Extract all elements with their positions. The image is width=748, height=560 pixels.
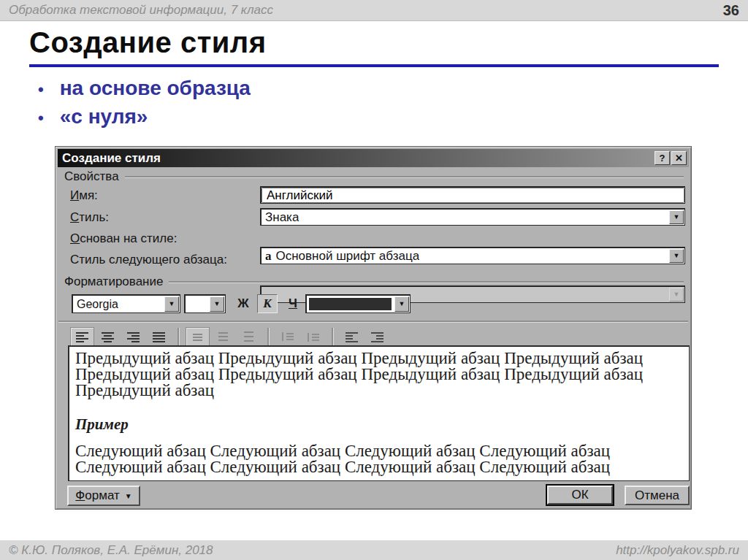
align-left-icon bbox=[76, 331, 88, 342]
italic-button[interactable]: К bbox=[257, 294, 278, 313]
font-size-combobox[interactable]: ▼ bbox=[184, 294, 226, 313]
chevron-down-icon[interactable]: ▼ bbox=[669, 249, 684, 263]
align-center-icon bbox=[102, 331, 114, 342]
chevron-down-icon: ▼ bbox=[669, 288, 684, 302]
bottom-bar: © К.Ю. Поляков, Е.А. Ерёмин, 2018 http:/… bbox=[0, 540, 748, 560]
format-button-label: Формат bbox=[75, 488, 119, 503]
chevron-down-icon[interactable]: ▼ bbox=[210, 296, 224, 312]
align-justify-button[interactable] bbox=[147, 327, 171, 346]
next-paragraph-text: Следующий абзац Следующий абзац Следующи… bbox=[75, 443, 683, 459]
name-field-wrap bbox=[260, 186, 685, 204]
close-icon[interactable]: ✕ bbox=[671, 151, 687, 165]
align-right-button[interactable] bbox=[121, 327, 145, 346]
based-on-combobox[interactable]: а Основной шрифт абзаца ▼ bbox=[260, 247, 685, 264]
list-item: • «с нуля» bbox=[38, 103, 251, 131]
titlebar-buttons: ? ✕ bbox=[654, 151, 687, 165]
align-left-button[interactable] bbox=[70, 327, 94, 346]
toolbar-separator bbox=[178, 328, 179, 345]
previous-paragraph-text: Предыдущий абзац Предыдущий абзац Предыд… bbox=[75, 350, 683, 367]
ok-button[interactable]: ОК bbox=[546, 484, 614, 506]
underline-button[interactable]: Ч bbox=[282, 294, 304, 313]
font-color-swatch bbox=[309, 298, 392, 310]
char-style-icon: а bbox=[265, 249, 272, 264]
paragraph-toolbar bbox=[70, 326, 391, 347]
increase-indent-icon bbox=[371, 331, 383, 342]
align-justify-icon bbox=[153, 331, 165, 342]
properties-group-header: Свойства bbox=[64, 169, 684, 184]
sample-text: Пример bbox=[75, 416, 683, 432]
space-after-icon bbox=[307, 331, 319, 342]
space-before-button[interactable] bbox=[275, 327, 299, 346]
line-spacing-single-icon bbox=[191, 331, 204, 342]
formatting-group-header: Форматирование bbox=[64, 275, 684, 289]
space-after-button[interactable] bbox=[301, 327, 325, 346]
menu-arrow-icon: ▼ bbox=[125, 492, 132, 500]
properties-group-label: Свойства bbox=[64, 169, 119, 184]
align-right-icon bbox=[127, 331, 140, 342]
toolbar-separator bbox=[267, 328, 269, 345]
page-number: 36 bbox=[723, 2, 739, 19]
previous-paragraph-text: Предыдущий абзац bbox=[75, 383, 683, 399]
next-paragraph-text: Следующий абзац Следующий абзац Следующи… bbox=[75, 459, 683, 475]
formatting-group-label: Форматирование bbox=[64, 275, 163, 289]
font-family-combobox[interactable]: Georgia ▼ bbox=[72, 294, 180, 313]
site-url: http://kpolyakov.spb.ru bbox=[616, 543, 739, 558]
group-rule bbox=[169, 281, 684, 283]
line-spacing-15-button[interactable] bbox=[211, 327, 235, 346]
toolbar-separator bbox=[332, 328, 333, 345]
list-item: • на основе образца bbox=[38, 74, 251, 103]
bullet-list: • на основе образца • «с нуля» bbox=[38, 74, 251, 131]
based-on-label: Основан на стиле: bbox=[70, 231, 177, 246]
font-color-combobox[interactable]: ▼ bbox=[305, 294, 411, 313]
increase-indent-button[interactable] bbox=[365, 327, 389, 346]
name-label: Имя: bbox=[70, 188, 98, 203]
cancel-button[interactable]: Отмена bbox=[625, 486, 690, 505]
next-style-label: Стиль следующего абзаца: bbox=[70, 253, 227, 267]
dialog-titlebar[interactable]: Создание стиля ? ✕ bbox=[58, 149, 689, 167]
style-type-value: Знака bbox=[265, 210, 299, 225]
based-on-value: Основной шрифт абзаца bbox=[276, 249, 420, 264]
create-style-dialog: Создание стиля ? ✕ Свойства Имя: Стиль: … bbox=[55, 146, 692, 510]
space-before-icon bbox=[281, 331, 294, 342]
slide-title: Создание стиля bbox=[29, 26, 267, 59]
bold-button[interactable]: Ж bbox=[232, 294, 254, 313]
bullet-icon: • bbox=[38, 104, 44, 131]
bullet-text: на основе образца bbox=[60, 74, 251, 101]
bullet-text: «с нуля» bbox=[60, 103, 148, 130]
style-preview-pane: Предыдущий абзац Предыдущий абзац Предыд… bbox=[68, 345, 690, 481]
bullet-icon: • bbox=[38, 76, 44, 103]
help-button[interactable]: ? bbox=[654, 151, 670, 165]
format-menu-button[interactable]: Формат ▼ bbox=[67, 486, 140, 506]
title-underline bbox=[29, 64, 719, 67]
style-label: Стиль: bbox=[70, 210, 109, 225]
align-center-button[interactable] bbox=[96, 327, 120, 346]
line-spacing-15-icon bbox=[217, 331, 229, 342]
dialog-title: Создание стиля bbox=[62, 151, 161, 166]
divider bbox=[58, 321, 688, 322]
line-spacing-double-button[interactable] bbox=[237, 327, 261, 346]
chevron-down-icon[interactable]: ▼ bbox=[669, 210, 684, 224]
course-title: Обработка текстовой информации, 7 класс bbox=[9, 3, 273, 18]
line-spacing-single-button[interactable] bbox=[186, 327, 210, 346]
group-rule bbox=[125, 176, 684, 177]
chevron-down-icon[interactable]: ▼ bbox=[394, 296, 409, 312]
copyright-text: © К.Ю. Поляков, Е.А. Ерёмин, 2018 bbox=[9, 543, 213, 558]
style-name-input[interactable] bbox=[262, 188, 684, 203]
style-type-combobox[interactable]: Знака ▼ bbox=[260, 208, 685, 226]
top-bar: Обработка текстовой информации, 7 класс … bbox=[0, 0, 748, 21]
line-spacing-double-icon bbox=[243, 331, 255, 342]
font-family-value: Georgia bbox=[77, 298, 118, 311]
ok-button-face: ОК bbox=[547, 486, 613, 505]
decrease-indent-button[interactable] bbox=[340, 327, 364, 346]
decrease-indent-icon bbox=[346, 331, 358, 342]
previous-paragraph-text: Предыдущий абзац Предыдущий абзац Предыд… bbox=[75, 367, 683, 383]
chevron-down-icon[interactable]: ▼ bbox=[164, 296, 179, 312]
